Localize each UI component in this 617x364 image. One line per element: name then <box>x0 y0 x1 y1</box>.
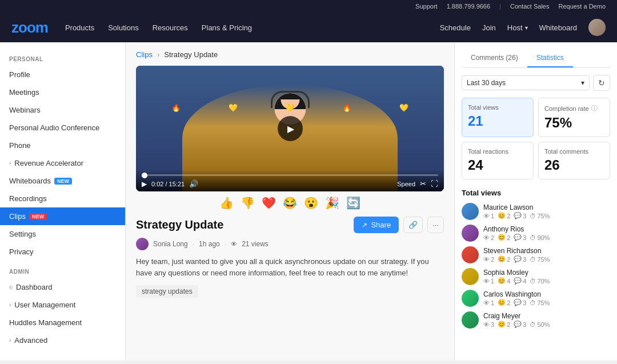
sidebar-item-whiteboards[interactable]: Whiteboards NEW <box>0 172 125 190</box>
nav-resources[interactable]: Resources <box>153 23 188 32</box>
progress-bar[interactable] <box>142 174 438 176</box>
sidebar-label-profile: Profile <box>9 70 30 79</box>
tab-statistics[interactable]: Statistics <box>527 49 573 67</box>
sidebar-item-clips[interactable]: Clips NEW <box>0 207 125 225</box>
reaction-5: 💛 <box>399 103 408 112</box>
completion-info-icon[interactable]: ⓘ <box>591 104 598 113</box>
support-phone: 1.888.799.9666 <box>447 3 490 10</box>
reaction-icon: 😊 <box>498 234 506 241</box>
viewer-comments: 💬3 <box>514 212 526 219</box>
tabs-row: Comments (26) Statistics <box>462 49 610 68</box>
viewer-reactions: 😊2 <box>498 234 510 241</box>
nav-solutions[interactable]: Solutions <box>108 23 138 32</box>
sidebar-item-dashboard[interactable]: ⎋ Dashboard <box>0 278 125 296</box>
emoji-wow[interactable]: 😮 <box>304 196 318 210</box>
sidebar-label-webinars: Webinars <box>9 106 41 114</box>
refresh-button[interactable]: ↻ <box>593 75 610 91</box>
nav-products[interactable]: Products <box>65 23 94 32</box>
viewer-reactions: 😊2 <box>498 299 510 306</box>
sidebar-item-pac[interactable]: Personal Audio Conference <box>0 119 125 137</box>
author-avatar <box>136 238 149 250</box>
nav-whiteboard[interactable]: Whiteboard <box>539 23 577 32</box>
sidebar-label-phone: Phone <box>9 141 31 150</box>
comment-icon: 💬 <box>514 277 522 285</box>
fullscreen-button[interactable]: ⛶ <box>431 179 438 188</box>
viewer-avatar <box>462 290 479 307</box>
play-button[interactable]: ▶ <box>278 116 303 141</box>
emoji-refresh[interactable]: 🔄 <box>346 196 360 210</box>
viewer-list: Maurice Lawson 👁1 😊2 💬3 ⏱75% Anthony Rio… <box>462 203 610 329</box>
share-icon: ↗ <box>362 221 367 229</box>
viewer-comments: 💬3 <box>514 321 526 328</box>
emoji-party[interactable]: 🎉 <box>325 196 339 210</box>
total-reactions-label: Total reactions <box>468 148 527 155</box>
viewer-item: Craig Meyer 👁3 😊2 💬3 ⏱50% <box>462 311 610 329</box>
total-views-card: Total views 21 <box>462 98 534 137</box>
nav-plans-pricing[interactable]: Plans & Pricing <box>202 23 252 32</box>
sidebar-item-phone[interactable]: Phone <box>0 137 125 154</box>
volume-button[interactable]: 🔊 <box>189 179 198 188</box>
sidebar-item-webinars[interactable]: Webinars <box>0 101 125 119</box>
clip-tag[interactable]: strategy updates <box>136 285 198 298</box>
clip-info: Strategy Update ↗ Share 🔗 ··· Sonia Long… <box>136 217 444 298</box>
viewer-stats: 👁2 😊2 💬3 ⏱75% <box>483 255 610 263</box>
emoji-thumbsdown[interactable]: 👎 <box>241 196 255 210</box>
sidebar-item-profile[interactable]: Profile <box>0 66 125 83</box>
advanced-arrow-icon: › <box>9 337 11 343</box>
viewer-views: 👁2 <box>483 234 494 241</box>
viewer-avatar <box>462 225 479 242</box>
speed-button[interactable]: Speed <box>397 181 415 187</box>
play-pause-button[interactable]: ▶ <box>142 180 147 188</box>
breadcrumb-current: Strategy Update <box>164 50 218 59</box>
right-panel: Comments (26) Statistics Last 30 days ▾ … <box>454 42 617 361</box>
nav-links: Products Solutions Resources Plans & Pri… <box>65 23 440 32</box>
viewer-item: Steven Richardson 👁2 😊2 💬3 ⏱75% <box>462 246 610 263</box>
host-chevron-icon: ▾ <box>525 25 528 31</box>
time-ago: 1h ago <box>199 240 220 248</box>
crop-icon[interactable]: ✂ <box>420 179 426 188</box>
avatar-image <box>588 19 606 36</box>
reaction-icon: 😊 <box>498 212 506 219</box>
nav-host[interactable]: Host ▾ <box>507 23 528 32</box>
sidebar-item-privacy[interactable]: Privacy <box>0 243 125 261</box>
emoji-laugh[interactable]: 😂 <box>283 196 297 210</box>
viewer-info: Anthony Rios 👁2 😊2 💬3 ⏱90% <box>483 225 610 241</box>
emoji-thumbsup[interactable]: 👍 <box>219 196 234 210</box>
nav-schedule[interactable]: Schedule <box>440 23 471 32</box>
tab-comments[interactable]: Comments (26) <box>462 49 527 67</box>
emoji-heart[interactable]: ❤️ <box>262 196 276 210</box>
clock-icon: ⏱ <box>530 256 536 263</box>
sidebar-label-pac: Personal Audio Conference <box>9 123 99 132</box>
sidebar-item-advanced[interactable]: › Advanced <box>0 331 125 349</box>
sidebar-item-recordings[interactable]: Recordings <box>0 190 125 207</box>
video-player: 🔥 💛 💛 🔥 💛 ▶ ▶ 0:02 <box>136 66 444 191</box>
breadcrumb-parent[interactable]: Clips <box>136 50 153 59</box>
total-comments-card: Total comments 26 <box>538 142 610 179</box>
sidebar-label-huddles: Huddles Management <box>9 318 82 327</box>
viewer-completion: ⏱70% <box>530 277 550 285</box>
sidebar-item-meetings[interactable]: Meetings <box>0 83 125 101</box>
zoom-logo[interactable]: zoom <box>11 19 48 37</box>
sidebar-item-user-mgmt[interactable]: › User Management <box>0 296 125 314</box>
sidebar-item-settings[interactable]: Settings <box>0 225 125 243</box>
more-options-button[interactable]: ··· <box>427 217 444 233</box>
request-demo-link[interactable]: Request a Demo <box>558 3 606 10</box>
comment-icon: 💬 <box>514 234 522 241</box>
contact-sales-link[interactable]: Contact Sales <box>510 3 549 10</box>
viewer-stats: 👁1 😊2 💬3 ⏱75% <box>483 299 610 306</box>
sidebar-item-revenue[interactable]: › Revenue Accelerator <box>0 154 125 172</box>
total-views-value: 21 <box>468 113 527 129</box>
sidebar-item-huddles[interactable]: Huddles Management <box>0 314 125 331</box>
share-button[interactable]: ↗ Share <box>354 217 399 233</box>
avatar[interactable] <box>588 19 606 36</box>
viewer-views: 👁3 <box>483 321 494 328</box>
sidebar-label-whiteboards: Whiteboards <box>9 177 51 185</box>
link-button[interactable]: 🔗 <box>403 217 423 233</box>
date-dropdown[interactable]: Last 30 days ▾ <box>462 75 590 90</box>
nav-join[interactable]: Join <box>482 23 496 32</box>
reaction-icon: 😊 <box>498 255 506 263</box>
eye-icon: 👁 <box>483 213 490 219</box>
viewer-name: Maurice Lawson <box>483 203 610 211</box>
viewer-item: Maurice Lawson 👁1 😊2 💬3 ⏱75% <box>462 203 610 220</box>
support-label: Support <box>415 3 438 10</box>
